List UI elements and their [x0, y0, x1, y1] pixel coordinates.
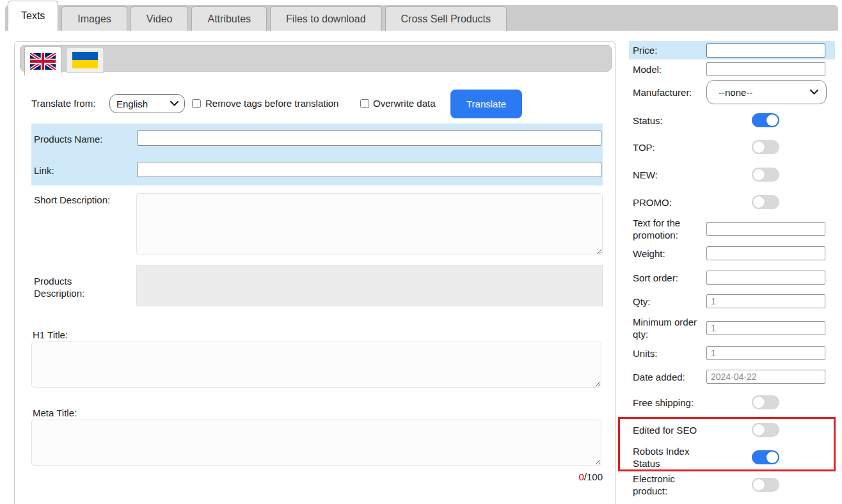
electronic-product-toggle[interactable]	[752, 478, 779, 492]
new-label: NEW:	[629, 169, 706, 181]
products-description-label: Products Description:	[34, 275, 117, 299]
ukraine-flag-icon	[72, 52, 98, 68]
translate-from-label: Translate from:	[31, 98, 95, 109]
weight-label: Weight:	[629, 248, 706, 260]
h1-title-textarea[interactable]	[31, 342, 601, 388]
products-name-label: Products Name:	[34, 133, 103, 145]
translate-button[interactable]: Translate	[450, 90, 522, 118]
sort-order-row: Sort order:	[629, 269, 835, 287]
uk-flag-icon	[30, 53, 56, 70]
robots-index-status-toggle[interactable]	[752, 450, 779, 464]
free-shipping-label: Free shipping:	[629, 397, 706, 409]
meta-title-counter: 0/100	[31, 471, 603, 482]
manufacturer-row: Manufacturer: --none--	[629, 79, 835, 106]
toggle-knob	[753, 479, 765, 491]
manufacturer-label: Manufacturer:	[629, 86, 706, 98]
overwrite-data-label: Overwrite data	[373, 98, 436, 109]
price-label: Price:	[629, 44, 706, 56]
status-toggle[interactable]	[752, 113, 779, 127]
main-tab-bar: Texts Images Video Attributes Files to d…	[5, 5, 838, 31]
robots-index-status-row: Robots Index Status	[629, 445, 835, 470]
overwrite-data-checkbox[interactable]	[360, 99, 369, 108]
top-label: TOP:	[629, 141, 706, 154]
tab-images[interactable]: Images	[61, 6, 127, 31]
promotion-text-row: Text for the promotion:	[629, 216, 835, 242]
counter-current: 0	[578, 471, 584, 482]
model-row: Model:	[629, 61, 835, 77]
short-description-label: Short Description:	[34, 194, 110, 206]
model-input[interactable]	[706, 62, 825, 76]
status-row: Status:	[629, 109, 835, 132]
language-tab-ukrainian[interactable]	[67, 47, 104, 73]
translate-language-value: English	[116, 98, 148, 109]
toggle-knob	[753, 397, 765, 408]
tab-cross-sell-products[interactable]: Cross Sell Products	[385, 6, 507, 31]
electronic-product-row: Electronic product:	[629, 472, 835, 498]
chevron-down-icon	[170, 101, 179, 106]
edited-for-seo-row: Edited for SEO	[629, 417, 835, 443]
toggle-knob	[767, 452, 778, 463]
edited-for-seo-toggle[interactable]	[752, 423, 779, 437]
product-editor-page: Texts Images Video Attributes Files to d…	[0, 0, 842, 504]
counter-max: /100	[584, 471, 603, 482]
product-settings-sidebar: Price: Model: Manufacturer: --none-- Sta…	[629, 41, 835, 504]
chevron-down-icon	[810, 90, 818, 95]
short-description-textarea[interactable]	[136, 193, 603, 255]
new-row: NEW:	[629, 163, 835, 186]
free-shipping-row: Free shipping:	[629, 390, 835, 415]
remove-tags-label: Remove tags before translation	[205, 98, 338, 109]
manufacturer-select[interactable]: --none--	[706, 80, 827, 104]
meta-title-textarea[interactable]	[31, 420, 601, 466]
edited-for-seo-label: Edited for SEO	[629, 424, 706, 436]
robots-index-status-label: Robots Index Status	[629, 445, 706, 469]
toggle-knob	[753, 141, 765, 153]
date-added-input[interactable]	[706, 370, 825, 384]
free-shipping-toggle[interactable]	[752, 395, 779, 409]
link-input[interactable]	[137, 162, 601, 177]
status-label: Status:	[629, 114, 706, 127]
translate-language-select[interactable]: English	[109, 94, 185, 113]
toggle-knob	[753, 196, 765, 208]
meta-title-label: Meta Title:	[33, 407, 77, 419]
minimum-order-qty-label: Minimum order qty:	[629, 316, 706, 340]
new-toggle[interactable]	[752, 168, 779, 182]
products-description-box[interactable]	[136, 265, 603, 306]
promotion-text-label: Text for the promotion:	[629, 217, 706, 241]
tab-files-to-download[interactable]: Files to download	[270, 6, 382, 31]
toggle-knob	[753, 169, 765, 180]
qty-input[interactable]	[706, 294, 825, 308]
date-added-label: Date added:	[629, 371, 706, 383]
weight-row: Weight:	[629, 244, 835, 262]
model-label: Model:	[629, 63, 706, 75]
toggle-knob	[753, 424, 765, 436]
promo-row: PROMO:	[629, 191, 835, 214]
tab-attributes[interactable]: Attributes	[191, 6, 267, 31]
manufacturer-value: --none--	[719, 87, 752, 98]
weight-input[interactable]	[706, 246, 825, 260]
qty-row: Qty:	[629, 292, 835, 310]
language-tab-english[interactable]	[24, 46, 61, 75]
minimum-order-qty-input[interactable]	[706, 321, 825, 335]
tab-texts[interactable]: Texts	[8, 1, 58, 31]
toggle-knob	[767, 114, 778, 126]
price-input[interactable]	[706, 43, 825, 58]
units-input[interactable]	[706, 346, 825, 360]
remove-tags-checkbox[interactable]	[192, 99, 201, 108]
texts-panel: Translate from: English Remove tags befo…	[14, 41, 616, 504]
h1-title-label: H1 Title:	[33, 329, 68, 341]
units-row: Units:	[629, 344, 835, 362]
date-added-row: Date added:	[629, 368, 835, 386]
electronic-product-label: Electronic product:	[629, 473, 706, 497]
price-row: Price:	[629, 41, 835, 59]
top-toggle[interactable]	[752, 140, 779, 154]
promotion-text-input[interactable]	[706, 222, 825, 236]
top-row: TOP:	[629, 136, 835, 159]
qty-label: Qty:	[629, 295, 706, 308]
sort-order-input[interactable]	[706, 271, 825, 285]
promo-toggle[interactable]	[752, 195, 779, 209]
link-label: Link:	[34, 164, 54, 177]
minimum-order-qty-row: Minimum order qty:	[629, 315, 835, 341]
sort-order-label: Sort order:	[629, 272, 706, 284]
tab-video[interactable]: Video	[131, 6, 189, 31]
products-name-input[interactable]	[137, 130, 601, 146]
